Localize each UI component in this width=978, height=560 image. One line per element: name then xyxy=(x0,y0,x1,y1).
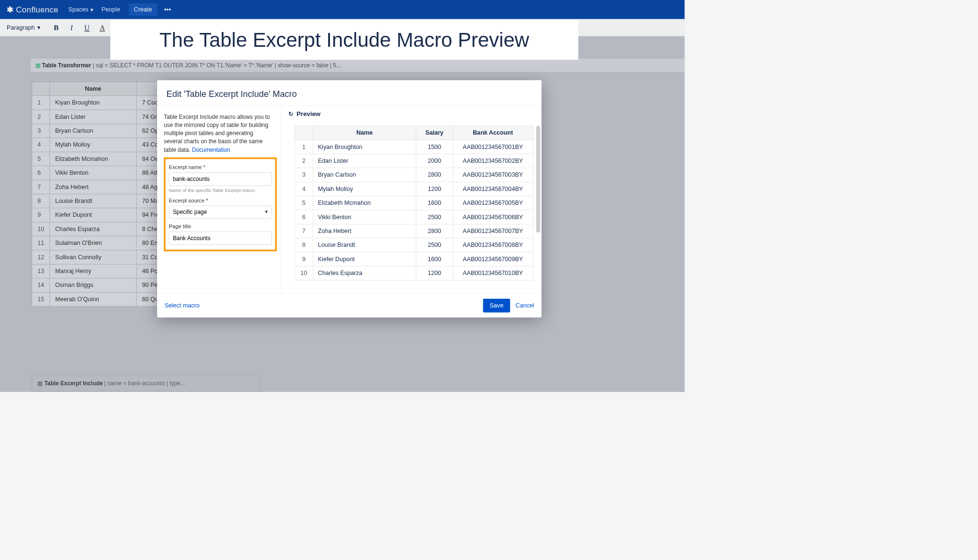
save-button[interactable]: Save xyxy=(483,299,510,313)
table-header: Bank Account xyxy=(453,126,533,140)
table-header: Name xyxy=(313,126,416,140)
excerpt-name-input[interactable] xyxy=(169,172,272,186)
excerpt-name-hint: Name of the specific Table Excerpt macro xyxy=(169,188,272,193)
select-macro-link[interactable]: Select macro xyxy=(164,302,200,309)
table-header: Salary xyxy=(416,126,453,140)
table-header xyxy=(295,126,313,140)
table-row: 6Vikki Benton2500AAB001234567006BY xyxy=(295,210,533,224)
table-row: 2Edan Lister2000AAB001234567002BY xyxy=(295,154,533,168)
table-row: 4Mylah Molloy1200AAB001234567004BY xyxy=(295,182,533,196)
excerpt-name-label: Excerpt name * xyxy=(169,165,272,171)
preview-header: ↻ Preview xyxy=(281,106,542,122)
preview-scrollbar[interactable] xyxy=(536,126,540,232)
preview-table: NameSalaryBank Account 1Kiyan Broughton1… xyxy=(295,126,533,280)
documentation-link[interactable]: Documentation xyxy=(192,147,230,153)
slide-title-banner: The Table Excerpt Include Macro Preview xyxy=(110,20,578,60)
modal-title: Edit 'Table Excerpt Include' Macro xyxy=(157,80,542,106)
highlighted-form-section: Excerpt name * Name of the specific Tabl… xyxy=(164,158,277,252)
table-row: 7Zoha Hebert2800AAB001234567007BY xyxy=(295,224,533,238)
refresh-icon[interactable]: ↻ xyxy=(288,110,293,117)
table-row: 8Louise Brandt2500AAB001234567008BY xyxy=(295,238,533,252)
macro-description: Table Excerpt Include macro allows you t… xyxy=(164,113,281,154)
page-title-label: Page title xyxy=(169,223,272,230)
table-row: 9Kiefer Dupont1600AAB001234567009BY xyxy=(295,252,533,266)
page-title-input[interactable] xyxy=(169,232,272,245)
table-row: 10Charles Esparza1200AAB001234567010BY xyxy=(295,266,533,280)
table-row: 5Elizabeth Mcmahon1600AAB001234567005BY xyxy=(295,196,533,210)
excerpt-source-select[interactable] xyxy=(169,206,272,219)
modal-form-panel: Table Excerpt Include macro allows you t… xyxy=(157,106,281,293)
cancel-button[interactable]: Cancel xyxy=(515,302,534,309)
edit-macro-modal: Edit 'Table Excerpt Include' Macro Table… xyxy=(157,80,542,317)
excerpt-source-label: Excerpt source * xyxy=(169,198,272,204)
modal-preview-panel: ↻ Preview NameSalaryBank Account 1Kiyan … xyxy=(281,106,542,293)
modal-footer: Select macro Save Cancel xyxy=(157,294,542,317)
table-row: 3Bryan Carlson2800AAB001234567003BY xyxy=(295,168,533,182)
table-row: 1Kiyan Broughton1500AAB001234567001BY xyxy=(295,140,533,154)
